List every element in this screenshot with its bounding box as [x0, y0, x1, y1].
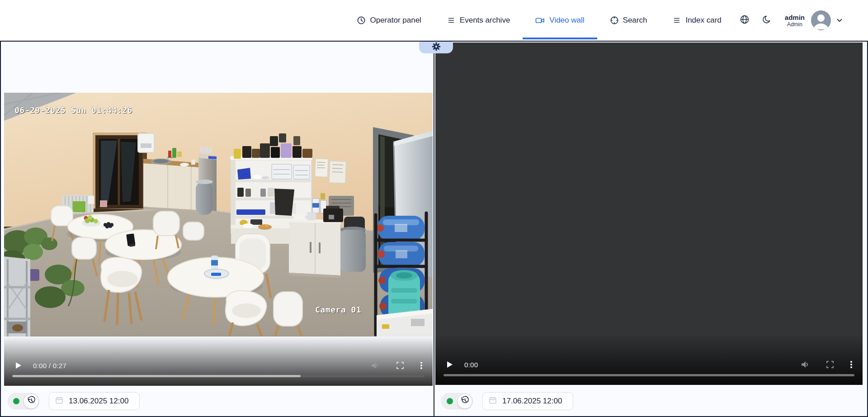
- video-player-2[interactable]: 0:00: [435, 43, 863, 385]
- chevron-down-icon: [835, 16, 844, 24]
- language-button[interactable]: [740, 14, 750, 26]
- navbar-right: admin Admin: [722, 0, 844, 41]
- fullscreen-icon[interactable]: [396, 361, 405, 370]
- tab-video-wall[interactable]: Video wall: [535, 0, 584, 41]
- main-nav: Operator panel Events archive Video wall…: [357, 0, 721, 41]
- tab-label: Video wall: [549, 16, 584, 25]
- history-button[interactable]: [457, 393, 472, 409]
- video-player-1[interactable]: 06-29-2025 Sun 01:44:26 Camera 01 0:00 /…: [4, 43, 433, 386]
- player-footer-1: 13.06.2025 12:00: [1, 386, 434, 416]
- video-controls: 0:00: [435, 334, 863, 385]
- tab-label: Operator panel: [370, 16, 421, 25]
- tab-label: Search: [623, 16, 647, 25]
- live-archive-toggle[interactable]: [8, 393, 39, 409]
- timeline-buffered: [12, 375, 301, 377]
- camera-name-overlay: Camera 01: [315, 305, 361, 314]
- camera-timestamp-overlay: 06-29-2025 Sun 01:44:26: [14, 105, 132, 115]
- volume-muted-icon[interactable]: [800, 360, 810, 369]
- history-icon: [26, 395, 36, 407]
- player-footer-2: 17.06.2025 12:00: [434, 386, 867, 416]
- list-icon: [672, 16, 681, 25]
- video-controls: 0:00 / 0:27: [4, 335, 433, 386]
- datetime-value: 17.06.2025 12:00: [502, 397, 562, 406]
- gear-icon: [432, 42, 441, 53]
- datetime-input[interactable]: 13.06.2025 12:00: [49, 392, 140, 410]
- video-cell-1: 06-29-2025 Sun 01:44:26 Camera 01 0:00 /…: [1, 42, 434, 416]
- video-timeline[interactable]: [443, 374, 854, 376]
- video-cell-2: 0:00: [434, 42, 867, 416]
- tab-search[interactable]: Search: [610, 0, 647, 41]
- play-button[interactable]: [14, 361, 22, 370]
- user-menu[interactable]: admin Admin: [785, 10, 844, 30]
- history-icon: [460, 395, 470, 407]
- live-indicator: [447, 398, 453, 404]
- tab-index-card[interactable]: Index card: [672, 0, 721, 41]
- clock-icon: [357, 16, 366, 25]
- volume-muted-icon[interactable]: [370, 361, 380, 370]
- live-archive-toggle[interactable]: [441, 393, 473, 409]
- video-wall-content: 06-29-2025 Sun 01:44:26 Camera 01 0:00 /…: [0, 42, 868, 417]
- datetime-value: 13.06.2025 12:00: [69, 397, 128, 406]
- user-texts: admin Admin: [785, 14, 805, 28]
- user-role: Admin: [787, 21, 802, 28]
- globe-icon: [740, 14, 750, 26]
- live-indicator: [13, 398, 19, 404]
- overflow-menu-icon[interactable]: [850, 360, 853, 369]
- calendar-icon: [55, 396, 64, 407]
- play-button[interactable]: [445, 360, 453, 369]
- tab-operator-panel[interactable]: Operator panel: [357, 0, 421, 41]
- video-timeline[interactable]: [12, 375, 425, 377]
- time-display: 0:00: [464, 361, 478, 369]
- fullscreen-icon[interactable]: [826, 360, 835, 369]
- tab-label: Events archive: [460, 16, 510, 25]
- overflow-menu-icon[interactable]: [420, 361, 423, 370]
- tab-events-archive[interactable]: Events archive: [447, 0, 510, 41]
- layout-settings-button[interactable]: [419, 42, 453, 53]
- datetime-input[interactable]: 17.06.2025 12:00: [482, 392, 573, 410]
- video-camera-icon: [535, 16, 545, 25]
- tab-label: Index card: [685, 16, 721, 25]
- calendar-icon: [488, 396, 497, 407]
- camera-frame: [4, 93, 433, 336]
- avatar: [811, 10, 831, 30]
- radar-icon: [610, 16, 619, 25]
- dark-mode-button[interactable]: [762, 15, 771, 26]
- moon-icon: [762, 15, 771, 26]
- top-navbar: Operator panel Events archive Video wall…: [0, 0, 868, 42]
- history-button[interactable]: [24, 393, 39, 409]
- time-display: 0:00 / 0:27: [33, 362, 66, 370]
- list-icon: [447, 16, 456, 25]
- user-name: admin: [785, 14, 805, 21]
